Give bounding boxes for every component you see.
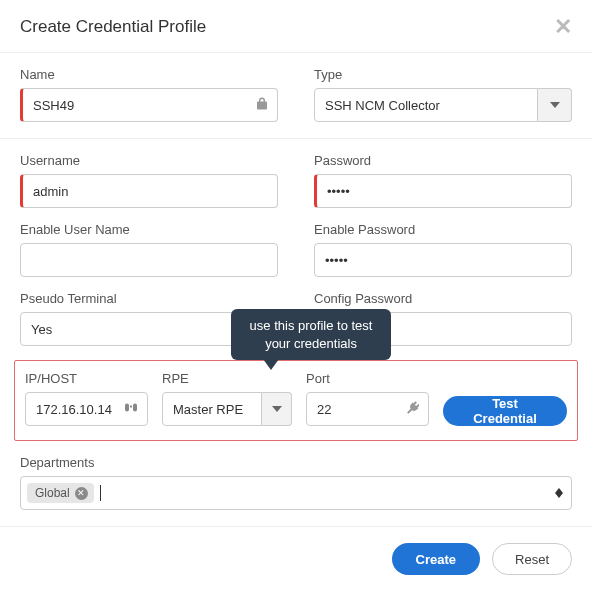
- password-label: Password: [314, 153, 572, 168]
- text-cursor: [100, 485, 101, 501]
- field-enable-user: Enable User Name: [20, 222, 278, 277]
- port-input[interactable]: [306, 392, 429, 426]
- type-label: Type: [314, 67, 572, 82]
- field-departments: Departments Global ✕: [0, 449, 592, 526]
- credential-profile-dialog: Create Credential Profile ✕ Name Type: [0, 0, 592, 591]
- type-select[interactable]: [314, 88, 538, 122]
- test-credential-button[interactable]: Test Credential: [443, 396, 567, 426]
- enable-user-label: Enable User Name: [20, 222, 278, 237]
- field-ip-host: IP/HOST: [25, 371, 148, 426]
- chevron-down-icon: [272, 406, 282, 412]
- name-input[interactable]: [20, 88, 278, 122]
- field-password: Password: [314, 153, 572, 208]
- enable-user-input[interactable]: [20, 243, 278, 277]
- close-icon[interactable]: ✕: [554, 16, 572, 38]
- updown-icon: [555, 488, 563, 498]
- enable-pass-label: Enable Password: [314, 222, 572, 237]
- config-pass-label: Config Password: [314, 291, 572, 306]
- remove-tag-icon[interactable]: ✕: [75, 487, 88, 500]
- field-name: Name: [20, 67, 278, 122]
- departments-label: Departments: [20, 455, 572, 470]
- pseudo-terminal-label: Pseudo Terminal: [20, 291, 278, 306]
- rpe-select[interactable]: [162, 392, 262, 426]
- rpe-dropdown-button[interactable]: [262, 392, 292, 426]
- section-name-type: Name Type: [0, 53, 592, 138]
- dialog-header: Create Credential Profile ✕: [0, 0, 592, 53]
- test-tooltip: use this profile to test your credential…: [231, 309, 391, 360]
- enable-pass-input[interactable]: [314, 243, 572, 277]
- username-input[interactable]: [20, 174, 278, 208]
- create-button[interactable]: Create: [392, 543, 480, 575]
- test-credential-panel: IP/HOST RPE Port: [14, 360, 578, 441]
- field-rpe: RPE: [162, 371, 292, 426]
- reset-button[interactable]: Reset: [492, 543, 572, 575]
- type-dropdown-button[interactable]: [538, 88, 572, 122]
- ip-host-label: IP/HOST: [25, 371, 148, 386]
- departments-tagbox[interactable]: Global ✕: [20, 476, 572, 510]
- department-tag: Global ✕: [27, 483, 94, 503]
- username-label: Username: [20, 153, 278, 168]
- field-port: Port use this profile to test your crede…: [306, 371, 429, 426]
- password-input[interactable]: [314, 174, 572, 208]
- rpe-label: RPE: [162, 371, 292, 386]
- port-label: Port: [306, 371, 429, 386]
- field-username: Username: [20, 153, 278, 208]
- ip-host-input[interactable]: [25, 392, 148, 426]
- field-type: Type: [314, 67, 572, 122]
- chevron-down-icon: [550, 102, 560, 108]
- field-enable-pass: Enable Password: [314, 222, 572, 277]
- dialog-title: Create Credential Profile: [20, 17, 206, 37]
- department-tag-label: Global: [35, 486, 70, 500]
- name-label: Name: [20, 67, 278, 82]
- dialog-footer: Create Reset: [0, 526, 592, 591]
